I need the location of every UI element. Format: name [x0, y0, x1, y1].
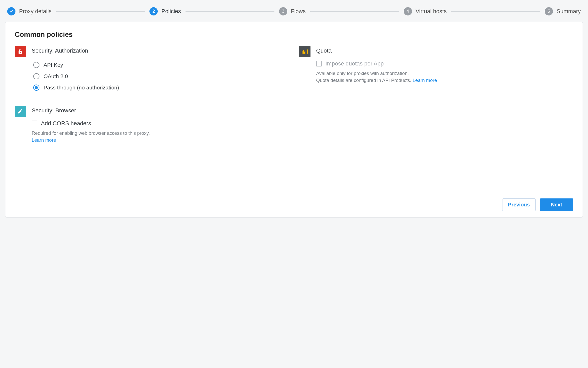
step-proxy-details[interactable]: Proxy details [7, 7, 52, 15]
step-connector [186, 11, 274, 12]
hint-line: Quota details are configured in API Prod… [316, 78, 411, 83]
svg-rect-2 [304, 52, 305, 54]
bar-chart-icon [299, 46, 310, 57]
check-icon [7, 7, 15, 15]
wizard-footer: Previous Next [15, 192, 573, 211]
step-flows[interactable]: 3 Flows [279, 7, 306, 15]
wizard-stepper: Proxy details 2 Policies 3 Flows 4 Virtu… [5, 5, 583, 22]
radio-pass-through[interactable]: Pass through (no authorization) [32, 82, 289, 93]
svg-rect-3 [306, 51, 306, 54]
previous-button[interactable]: Previous [502, 198, 536, 211]
hint-line: Required for enabling web browser access… [32, 130, 150, 136]
lock-icon [15, 46, 26, 57]
policies-panel: Common policies Security: Authorization … [5, 22, 583, 218]
learn-more-link[interactable]: Learn more [413, 78, 437, 83]
hint-text: Available only for proxies with authoriz… [316, 70, 573, 84]
checkbox-add-cors-headers[interactable]: Add CORS headers [32, 119, 289, 128]
svg-rect-1 [303, 50, 304, 54]
step-number-icon: 5 [545, 7, 553, 15]
step-label: Virtual hosts [416, 8, 447, 15]
step-connector [310, 11, 399, 12]
step-label: Proxy details [19, 8, 52, 15]
radio-oauth[interactable]: OAuth 2.0 [32, 71, 289, 82]
radio-icon [33, 85, 39, 91]
section-security-browser: Security: Browser Add CORS headers Requi… [15, 106, 289, 144]
radio-icon [33, 73, 39, 79]
step-number-icon: 4 [404, 7, 412, 15]
checkbox-icon [316, 61, 322, 66]
radio-icon [33, 62, 39, 68]
step-connector [56, 11, 145, 12]
section-title: Security: Authorization [32, 47, 289, 54]
radio-label: OAuth 2.0 [44, 73, 68, 79]
radio-label: API Key [44, 62, 63, 68]
checkbox-label: Add CORS headers [41, 120, 91, 127]
section-title: Quota [316, 47, 573, 54]
checkbox-impose-quotas: Impose quotas per App [316, 59, 573, 69]
learn-more-link[interactable]: Learn more [32, 137, 56, 143]
checkbox-icon [32, 121, 37, 126]
checkbox-label: Impose quotas per App [325, 60, 384, 67]
section-quota: Quota Impose quotas per App Available on… [299, 46, 573, 84]
step-number-icon: 2 [149, 7, 158, 15]
section-title: Security: Browser [32, 107, 289, 114]
radio-api-key[interactable]: API Key [32, 59, 289, 71]
step-label: Flows [291, 8, 306, 15]
page-title: Common policies [15, 31, 573, 39]
hint-line: Available only for proxies with authoriz… [316, 71, 409, 76]
radio-label: Pass through (no authorization) [44, 85, 119, 91]
step-virtual-hosts[interactable]: 4 Virtual hosts [404, 7, 447, 15]
step-policies[interactable]: 2 Policies [149, 7, 181, 15]
step-label: Policies [161, 8, 181, 15]
pencil-icon [15, 106, 26, 117]
hint-text: Required for enabling web browser access… [32, 130, 289, 144]
step-summary[interactable]: 5 Summary [545, 7, 581, 15]
svg-rect-0 [302, 51, 303, 54]
step-label: Summary [557, 8, 581, 15]
step-connector [451, 11, 540, 12]
section-security-authorization: Security: Authorization API Key OAuth 2.… [15, 46, 289, 93]
next-button[interactable]: Next [540, 198, 573, 211]
step-number-icon: 3 [279, 7, 287, 15]
svg-rect-4 [307, 49, 308, 54]
